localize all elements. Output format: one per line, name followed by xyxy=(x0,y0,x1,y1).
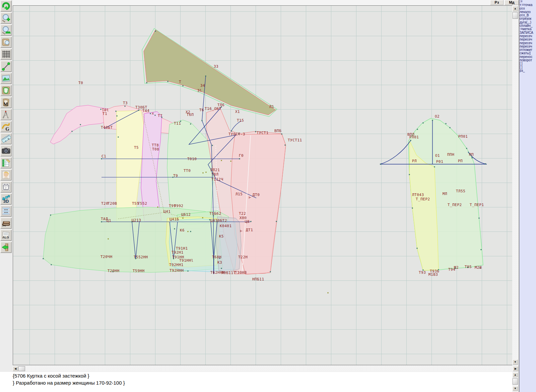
panel-item[interactable]: пересеч xyxy=(519,35,536,38)
panel-item[interactable]: отрезок xyxy=(519,17,536,20)
panel-item[interactable]: сплайн_ xyxy=(519,24,536,27)
refresh-button[interactable] xyxy=(0,0,12,12)
g-tool-button[interactable]: G xyxy=(0,121,12,132)
canvas-vscrollbar[interactable]: ▲ ▼ xyxy=(512,5,519,366)
point-marker[interactable] xyxy=(50,215,51,216)
point-marker[interactable] xyxy=(174,228,175,230)
panel-item[interactable]: отл xyxy=(519,7,536,10)
garment-button[interactable] xyxy=(0,181,12,193)
point-marker[interactable] xyxy=(285,145,286,146)
panel-item[interactable]: :=метка xyxy=(519,27,536,31)
point-marker-olive[interactable] xyxy=(203,173,204,174)
photo-button[interactable] xyxy=(0,169,12,181)
point-marker[interactable] xyxy=(150,113,151,114)
vscroll-thumb[interactable] xyxy=(513,12,518,19)
console-scroll-down-button[interactable]: ▼ xyxy=(513,386,518,391)
scroll-up-button[interactable]: ▲ xyxy=(513,6,518,11)
point-marker[interactable] xyxy=(118,137,119,138)
point-marker[interactable] xyxy=(417,129,418,130)
point-marker[interactable] xyxy=(155,31,156,32)
segment-button[interactable] xyxy=(0,61,12,72)
panel-item[interactable]: дуга(,,,) xyxy=(519,21,536,24)
point-marker[interactable] xyxy=(51,264,52,265)
point-marker[interactable] xyxy=(190,231,191,232)
exit-button[interactable] xyxy=(0,242,12,253)
point-marker[interactable] xyxy=(255,131,256,132)
point-marker[interactable] xyxy=(80,124,81,125)
point-marker[interactable] xyxy=(434,167,435,168)
panel-item[interactable]: т:=точка xyxy=(519,3,536,7)
point-marker-olive[interactable] xyxy=(108,239,109,240)
point-marker[interactable] xyxy=(481,249,482,250)
panel-item[interactable]: лекало xyxy=(519,10,536,14)
point-marker[interactable] xyxy=(125,106,126,107)
point-marker-olive[interactable] xyxy=(221,160,222,161)
point-marker-olive[interactable] xyxy=(206,172,207,173)
drawing-canvas[interactable]: Т0Т3Т30БТТ44хТ7Т0lТ1Т40БТЗЗЗ4ЗlТЛ1Х2Т6Т6… xyxy=(13,5,512,365)
point-marker-olive[interactable] xyxy=(328,292,329,293)
zoom-in-button[interactable] xyxy=(0,12,12,24)
grid-button[interactable] xyxy=(0,49,12,60)
drafting-tools-button[interactable] xyxy=(0,109,12,120)
point-marker[interactable] xyxy=(205,76,206,77)
point-marker-olive[interactable] xyxy=(202,217,203,218)
panel-item[interactable]: пересеч xyxy=(519,42,536,45)
point-marker[interactable] xyxy=(446,123,447,124)
point-marker[interactable] xyxy=(417,248,418,249)
point-marker[interactable] xyxy=(251,221,252,222)
console-scroll-up-button[interactable]: ▲ xyxy=(513,373,518,377)
console[interactable]: {5706 Куртка с косой застежкой } } Разра… xyxy=(0,372,512,392)
point-marker[interactable] xyxy=(116,111,117,112)
table-button[interactable] xyxy=(0,157,12,169)
scroll-left-button[interactable]: ◀ xyxy=(13,366,18,371)
point-marker[interactable] xyxy=(423,123,424,124)
panel-item[interactable]: [ ] xyxy=(519,62,536,65)
point-marker[interactable] xyxy=(212,145,213,146)
books-button[interactable] xyxy=(0,217,12,229)
command-panel[interactable]: :=т:=точкаотллекалоотл_Вотрезокдуга(,,,)… xyxy=(519,0,536,392)
point-marker[interactable] xyxy=(100,109,102,110)
point-marker[interactable] xyxy=(202,120,203,121)
preview-button[interactable] xyxy=(0,37,12,48)
alg-button[interactable]: ALG xyxy=(0,230,12,241)
zoom-out-button[interactable] xyxy=(0,24,12,36)
panel-item[interactable]: [ ] xyxy=(519,66,536,69)
panel-item[interactable]: сжать(( xyxy=(519,52,536,55)
point-marker[interactable] xyxy=(410,140,411,141)
point-marker[interactable] xyxy=(101,221,102,222)
point-marker[interactable] xyxy=(155,115,156,116)
panel-item[interactable]: поворот xyxy=(519,59,536,62)
point-marker[interactable] xyxy=(221,268,222,269)
point-marker-olive[interactable] xyxy=(183,218,184,219)
image-button[interactable] xyxy=(0,73,12,84)
ruler-button[interactable]: 78 xyxy=(0,133,12,144)
panel-item[interactable]: пересеч xyxy=(519,45,536,48)
point-marker[interactable] xyxy=(168,81,169,82)
rz-button[interactable]: Рз xyxy=(490,0,504,5)
point-marker[interactable] xyxy=(380,164,381,165)
point-marker[interactable] xyxy=(231,131,232,132)
point-marker[interactable] xyxy=(146,82,147,83)
point-marker[interactable] xyxy=(412,208,413,209)
panel-item[interactable]: перенос xyxy=(519,55,536,59)
camera-button[interactable] xyxy=(0,145,12,156)
point-marker[interactable] xyxy=(183,85,184,86)
point-marker[interactable] xyxy=(190,124,191,125)
panel-item[interactable]: := xyxy=(519,0,536,3)
panel-item[interactable]: пересеч xyxy=(519,38,536,41)
point-marker[interactable] xyxy=(43,258,44,259)
point-marker[interactable] xyxy=(479,218,480,219)
point-marker[interactable] xyxy=(485,164,486,165)
point-marker[interactable] xyxy=(281,134,282,135)
point-marker[interactable] xyxy=(270,271,271,272)
point-marker-olive[interactable] xyxy=(188,231,189,232)
point-marker[interactable] xyxy=(472,157,473,158)
point-marker[interactable] xyxy=(432,120,433,121)
panel-item[interactable]: отложит xyxy=(519,48,536,52)
point-marker[interactable] xyxy=(72,131,73,132)
point-marker[interactable] xyxy=(276,221,277,222)
panel-item[interactable]: рз_ xyxy=(519,69,536,72)
list-button[interactable] xyxy=(0,205,12,217)
scroll-down-button[interactable]: ▼ xyxy=(513,360,518,365)
point-marker[interactable] xyxy=(466,148,467,149)
